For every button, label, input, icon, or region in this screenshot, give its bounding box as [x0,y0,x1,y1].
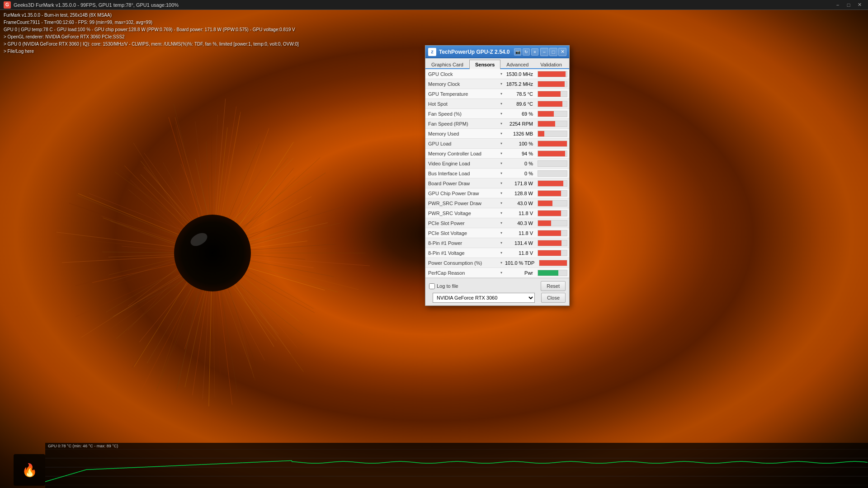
sensor-row: Memory Controller Load▾94 % [425,149,569,159]
sensor-dropdown-arrow[interactable]: ▾ [498,201,505,205]
sensor-bar [538,111,554,117]
tab-graphics-card[interactable]: Graphics Card [425,60,469,69]
gpuz-extra-icons: 📷 ↻ ≡ [514,48,538,56]
sensor-name: GPU Clock [425,71,498,77]
log-to-file-label: Log to file [437,283,458,289]
sensor-bar [538,141,567,146]
sensor-bar [539,260,567,266]
furmark-titlebar-controls: − □ ✕ [833,1,864,9]
sensor-bar-container [538,150,567,157]
gpuz-close-button[interactable]: ✕ [558,48,566,56]
sensor-bar-container [539,260,567,266]
sensor-dropdown-arrow[interactable]: ▾ [498,191,505,195]
gpuz-camera-icon[interactable]: 📷 [514,48,521,56]
gpuz-window: Z TechPowerUp GPU-Z 2.54.0 📷 ↻ ≡ − □ ✕ G… [425,45,570,306]
sensor-dropdown-arrow[interactable]: ▾ [498,171,505,175]
sensor-dropdown-arrow[interactable]: ▾ [498,112,505,116]
gpuz-footer-row2: NVIDIA GeForce RTX 3060 Close [429,293,566,303]
sensor-dropdown-arrow[interactable]: ▾ [498,261,505,265]
furmark-minimize-button[interactable]: − [833,1,843,9]
furmark-info-line4: > OpenGL renderer: NVIDIA GeForce RTX 30… [4,33,299,41]
sensor-dropdown-arrow[interactable]: ▾ [498,251,505,255]
furmark-close-button[interactable]: ✕ [854,1,864,9]
sensor-dropdown-arrow[interactable]: ▾ [498,72,505,76]
sensor-row: Power Consumption (%)▾101.0 % TDP [425,258,569,268]
sensor-value: 0 % [505,171,536,176]
sensor-bar [538,250,561,256]
gpuz-refresh-icon[interactable]: ↻ [523,48,530,56]
furmark-titlebar: G Geeks3D FurMark v1.35.0.0 - 99FPS, GPU… [0,0,868,10]
sensor-name: GPU Chip Power Draw [425,191,498,196]
gpuz-titlebar: Z TechPowerUp GPU-Z 2.54.0 📷 ↻ ≡ − □ ✕ [425,46,569,58]
gpuz-reset-button[interactable]: Reset [541,281,566,291]
furmark-maximize-button[interactable]: □ [844,1,854,9]
tab-advanced[interactable]: Advanced [500,60,534,69]
sensor-bar [538,211,561,216]
gpuz-minimize-button[interactable]: − [540,48,548,56]
gpuz-title: TechPowerUp GPU-Z 2.54.0 [439,49,514,55]
log-to-file-checkbox[interactable] [429,283,435,289]
sensor-bar [538,270,558,276]
sensor-dropdown-arrow[interactable]: ▾ [498,181,505,185]
sensor-row: PCIe Slot Power▾40.3 W [425,218,569,228]
sensor-row: GPU Clock▾1530.0 MHz [425,69,569,79]
sensor-value: 128.8 W [505,191,536,196]
sensor-dropdown-arrow[interactable]: ▾ [498,131,505,136]
sensor-bar-container [538,91,567,97]
gpuz-close-button-bottom[interactable]: Close [541,293,566,303]
gpuz-footer: Log to file Reset [429,281,566,291]
sensor-row: PWR_SRC Voltage▾11.8 V [425,208,569,218]
sensor-row: Video Engine Load▾0 % [425,159,569,169]
sensor-value: 11.8 V [505,230,536,236]
sensor-bar-container [538,121,567,127]
sensor-dropdown-arrow[interactable]: ▾ [498,221,505,225]
sensor-bar [538,221,551,226]
furmark-logo-text: 🔥 [22,463,38,478]
furmark-icon: G [4,1,11,9]
gpuz-maximize-button[interactable]: □ [549,48,557,56]
sensors-table: GPU Clock▾1530.0 MHzMemory Clock▾1875.2 … [425,69,569,278]
gpuz-gpu-select[interactable]: NVIDIA GeForce RTX 3060 [433,293,535,303]
sensor-dropdown-arrow[interactable]: ▾ [498,241,505,245]
sensor-bar-container [538,170,567,177]
sensor-name: PWR_SRC Voltage [425,211,498,216]
sensor-dropdown-arrow[interactable]: ▾ [498,141,505,145]
sensor-name: GPU Load [425,141,498,146]
tab-validation[interactable]: Validation [534,60,568,69]
sensor-row: 8-Pin #1 Voltage▾11.8 V [425,248,569,258]
sensor-dropdown-arrow[interactable]: ▾ [498,161,505,165]
sensor-name: Board Power Draw [425,181,498,186]
sensor-name: Memory Clock [425,81,498,87]
graph-container: GPU 0:78 °C (min: 46 °C - max: 89 °C) [45,443,868,488]
sensor-row: PerfCap Reason▾Pwr [425,268,569,278]
sensor-dropdown-arrow[interactable]: ▾ [498,211,505,215]
sensor-dropdown-arrow[interactable]: ▾ [498,92,505,96]
sensor-bar-container [538,230,567,236]
sensor-name: Video Engine Load [425,161,498,166]
sensor-row: GPU Temperature▾78.5 °C [425,89,569,99]
sensor-name: PCIe Slot Power [425,221,498,226]
furmark-title: Geeks3D FurMark v1.35.0.0 - 99FPS, GPU1 … [14,2,833,8]
sensor-dropdown-arrow[interactable]: ▾ [498,271,505,275]
sensor-dropdown-arrow[interactable]: ▾ [498,82,505,86]
sensor-name: Fan Speed (RPM) [425,121,498,127]
sensor-value: 11.8 V [505,250,536,256]
sensor-dropdown-arrow[interactable]: ▾ [498,231,505,235]
tab-sensors[interactable]: Sensors [469,60,500,69]
sensor-dropdown-arrow[interactable]: ▾ [498,102,505,106]
sensor-value: 40.3 W [505,221,536,226]
sensor-dropdown-arrow[interactable]: ▾ [498,151,505,155]
sensor-bar [538,101,562,107]
sensor-dropdown-arrow[interactable]: ▾ [498,122,505,126]
sensor-value: Pwr [505,270,536,276]
sensor-bar [538,201,552,206]
sensor-value: 0 % [505,161,536,166]
sensor-bar-container [538,111,567,117]
gpuz-menu-icon[interactable]: ≡ [531,48,538,56]
sensor-value: 11.8 V [505,211,536,216]
sensor-row: Board Power Draw▾171.8 W [425,178,569,188]
sensor-row: PCIe Slot Voltage▾11.8 V [425,228,569,238]
sensor-value: 1875.2 MHz [505,81,536,87]
gpuz-window-controls: − □ ✕ [540,48,566,56]
sensor-bar-container [538,81,567,87]
